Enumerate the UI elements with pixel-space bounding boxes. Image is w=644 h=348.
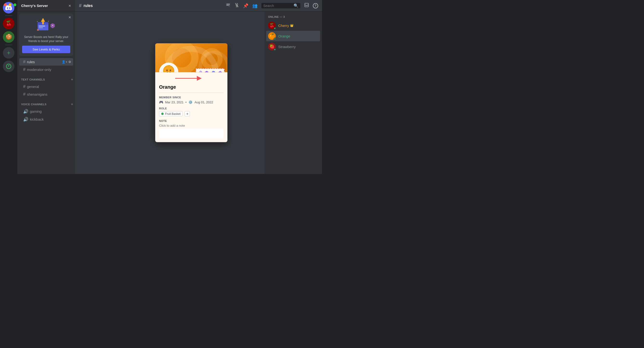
add-text-channel-button[interactable]: + (71, 77, 73, 82)
role-tag: Fruit Basket (159, 111, 183, 117)
settings-icon[interactable]: ⚙ (68, 60, 71, 64)
server-join-date: Aug 01, 2022 (194, 100, 213, 104)
channel-gaming[interactable]: 🔊 gaming (19, 108, 73, 115)
member-since-label: MEMBER SINCE (159, 96, 224, 99)
separator-dot: • (186, 100, 187, 104)
banner-circle-2 (201, 48, 222, 70)
boost-description: Server Boosts are here! Rally your frien… (22, 35, 70, 43)
note-input[interactable] (159, 129, 224, 139)
text-channels-label: TEXT CHANNELS (21, 78, 45, 81)
channel-kickback[interactable]: 🔊 kickback (19, 116, 73, 123)
members-sidebar: ONLINE — 3 🍒 Cherry 👑 🍊 Orange (264, 11, 322, 174)
voice-channels-category[interactable]: VOICE CHANNELS + (17, 98, 75, 107)
chevron-down-icon: ✕ (68, 4, 71, 8)
hash-icon-4: # (23, 92, 26, 97)
add-server-button[interactable]: + (3, 47, 14, 59)
svg-text:✕: ✕ (37, 29, 38, 31)
chat-area: ⊘ Orange MEMBER SINCE (75, 11, 322, 174)
explore-servers-icon[interactable] (3, 61, 14, 72)
mac-minimize-button[interactable] (9, 3, 12, 6)
svg-rect-4 (39, 27, 43, 28)
status-orange (274, 38, 276, 40)
discord-logo-icon: 🎮 (159, 100, 163, 104)
server-icon-cherry[interactable]: 🍒 (3, 18, 14, 29)
add-member-icon[interactable]: 👤+ (62, 60, 68, 64)
server-divider (5, 15, 12, 16)
server-join-icon: ⚙️ (188, 100, 192, 104)
add-voice-channel-button[interactable]: + (71, 102, 73, 106)
role-color-dot (161, 113, 164, 115)
inbox-icon[interactable] (304, 3, 309, 9)
member-orange[interactable]: 🍊 Orange (266, 31, 320, 41)
badge-shield-icon[interactable] (204, 70, 210, 72)
note-label: NOTE (159, 119, 224, 122)
mac-close-button[interactable] (4, 3, 7, 6)
svg-rect-3 (39, 25, 45, 26)
text-channels-category[interactable]: TEXT CHANNELS + (17, 74, 75, 83)
profile-avatar-wrap (159, 63, 178, 72)
role-name: Fruit Basket (165, 112, 180, 116)
member-strawberry[interactable]: 🍓 Strawberry (266, 41, 320, 52)
speaker-icon-2: 🔊 (23, 117, 28, 122)
svg-text:✦: ✦ (36, 21, 38, 22)
role-section: ROLE Fruit Basket + (159, 107, 224, 117)
search-icon: 🔍 (294, 3, 298, 8)
svg-point-16 (166, 70, 168, 71)
channel-title: # rules (79, 3, 93, 8)
svg-text:✦: ✦ (52, 24, 54, 27)
svg-text:⊘: ⊘ (213, 72, 214, 72)
role-label: ROLE (159, 107, 224, 110)
avatar-orange: 🍊 (268, 32, 276, 40)
profile-avatar (159, 63, 178, 72)
svg-point-14 (164, 66, 174, 72)
profile-popup: ⊘ Orange MEMBER SINCE (155, 43, 228, 142)
topbar-actions: # 📌 👥 🔍 ? (226, 3, 318, 9)
pin-icon[interactable]: 📌 (243, 3, 248, 8)
member-cherry[interactable]: 🍒 Cherry 👑 (266, 20, 320, 31)
avatar-strawberry: 🍓 (268, 43, 276, 50)
channel-moderator-only[interactable]: # moderator-only (19, 66, 73, 73)
close-banner-button[interactable]: ✕ (68, 15, 71, 19)
channel-rules[interactable]: # rules 👤+ ⚙ (19, 58, 73, 66)
server-divider-2 (5, 45, 12, 45)
online-members-label: ONLINE — 3 (266, 15, 320, 18)
channel-shenanigans[interactable]: # shenanigans (19, 91, 73, 98)
note-placeholder-text[interactable]: Click to add a note (159, 124, 224, 127)
svg-point-23 (212, 71, 216, 72)
help-icon[interactable]: ? (313, 3, 318, 8)
mac-maximize-button[interactable] (14, 3, 16, 6)
server-name: Cherry's Server (21, 3, 48, 8)
add-role-button[interactable]: + (184, 111, 190, 117)
svg-rect-6 (42, 21, 44, 24)
boost-banner: ✕ ✦ ✦ ✦ ✕ Server (19, 13, 73, 56)
svg-text:✦: ✦ (48, 20, 49, 22)
channel-sidebar: Cherry's Server ✕ ✕ ✦ ✦ ✦ (17, 0, 75, 174)
svg-text:#: # (229, 5, 230, 7)
server-header[interactable]: Cherry's Server ✕ (17, 0, 75, 11)
profile-banner: ⊘ (155, 43, 228, 72)
member-name-cherry: Cherry (278, 23, 289, 28)
crown-icon: 👑 (290, 24, 294, 27)
hash-icon-3: # (23, 84, 26, 89)
boost-art: ✦ ✦ ✦ ✕ (22, 16, 70, 33)
discord-join-date: Mar 23, 2021 (165, 100, 184, 104)
speaker-icon: 🔊 (23, 109, 28, 114)
search-box[interactable]: 🔍 (261, 3, 300, 8)
mute-icon[interactable] (234, 3, 239, 9)
search-input[interactable] (263, 4, 292, 8)
channel-general[interactable]: # general (19, 83, 73, 90)
svg-point-17 (170, 70, 171, 71)
server-icon-cookie[interactable]: 🍪 (3, 31, 14, 43)
hash-icon-2: # (23, 67, 26, 72)
badge-circle-icon[interactable]: ⊘ (210, 70, 216, 72)
badge-gem-icon[interactable] (217, 70, 223, 72)
status-strawberry (274, 48, 276, 51)
avatar-cherry: 🍒 (268, 22, 276, 29)
svg-marker-26 (197, 76, 202, 81)
messages-area: ⊘ Orange MEMBER SINCE (75, 11, 264, 174)
threads-icon[interactable]: # (226, 3, 230, 9)
see-levels-button[interactable]: See Levels & Perks (22, 46, 70, 53)
red-arrow-indicator (173, 71, 202, 86)
members-icon[interactable]: 👥 (252, 3, 258, 8)
member-name-strawberry: Strawberry (278, 45, 296, 49)
